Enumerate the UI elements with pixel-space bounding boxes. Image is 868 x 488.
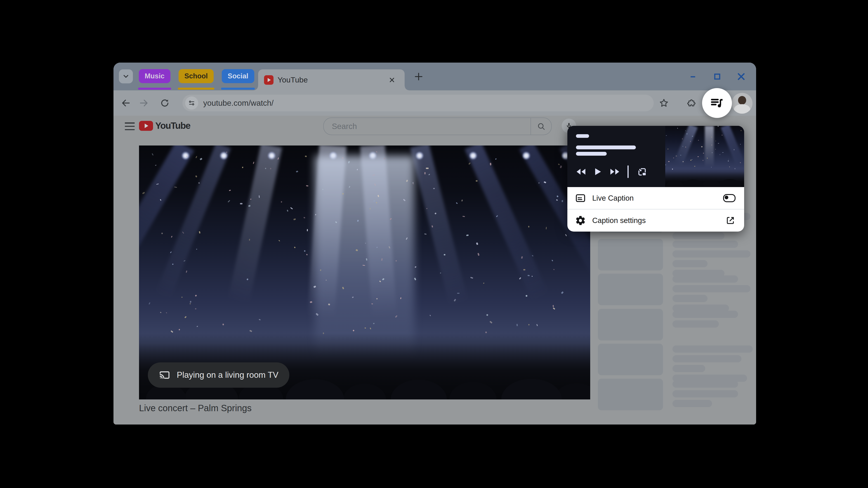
skeleton-video-item xyxy=(598,344,754,378)
youtube-favicon-icon xyxy=(264,75,274,85)
skeleton-text-bar xyxy=(673,295,708,302)
youtube-wordmark: YouTube xyxy=(155,121,190,131)
live-caption-label: Live Caption xyxy=(592,194,723,202)
plus-icon xyxy=(414,72,424,82)
cast-status-pill: Playing on a living room TV xyxy=(148,362,289,388)
skeleton-thumbnail xyxy=(598,344,663,375)
skeleton-text-bar xyxy=(673,381,738,388)
media-thumbnail xyxy=(665,126,744,187)
search-button[interactable] xyxy=(530,118,551,135)
live-caption-row[interactable]: Live Caption xyxy=(567,187,744,209)
skeleton-video-item xyxy=(598,239,754,273)
tab-strip: MusicSchoolSocial YouTube xyxy=(114,63,756,90)
new-tab-button[interactable] xyxy=(413,71,424,82)
close-icon xyxy=(737,72,746,81)
cast-icon xyxy=(159,369,170,381)
profile-avatar[interactable] xyxy=(732,93,752,113)
maximize-icon xyxy=(713,72,722,81)
menu-hamburger-button[interactable] xyxy=(125,123,135,130)
caption-settings-row[interactable]: Caption settings xyxy=(567,209,744,232)
media-session-card xyxy=(567,126,744,187)
close-window-button[interactable] xyxy=(736,72,746,82)
browser-window: MusicSchoolSocial YouTube xyxy=(114,63,756,424)
skeleton-text-bar xyxy=(673,365,705,372)
skeleton-video-item xyxy=(598,273,754,307)
tab-title: YouTube xyxy=(278,75,308,84)
media-controls-popup: Live Caption Caption settings xyxy=(567,126,744,232)
tab-group-underline xyxy=(221,88,255,90)
minimize-icon xyxy=(689,72,698,81)
forward-button[interactable] xyxy=(139,98,149,108)
skeleton-text-bar xyxy=(673,250,750,258)
back-button[interactable] xyxy=(121,98,131,108)
cast-status-text: Playing on a living room TV xyxy=(177,370,278,380)
play-button[interactable] xyxy=(594,168,602,176)
skeleton-text-bar xyxy=(673,285,750,292)
youtube-logo[interactable]: YouTube xyxy=(139,121,190,131)
skeleton-text-bar xyxy=(673,260,708,267)
skeleton-text-bar xyxy=(673,311,738,318)
youtube-play-icon xyxy=(139,121,153,131)
bookmark-star-button[interactable] xyxy=(659,98,669,108)
skeleton-video-item xyxy=(598,309,754,343)
source-placeholder-bar xyxy=(576,134,589,138)
live-caption-toggle[interactable] xyxy=(723,194,736,202)
skeleton-thumbnail xyxy=(598,273,663,305)
address-bar[interactable]: youtube.com/watch/ xyxy=(182,95,654,111)
caption-icon xyxy=(575,193,586,204)
site-settings-button[interactable] xyxy=(185,96,198,109)
reload-button[interactable] xyxy=(160,98,170,108)
previous-track-button[interactable] xyxy=(576,168,586,175)
skeleton-thumbnail xyxy=(598,379,663,410)
title-placeholder-bar xyxy=(576,145,636,149)
skeleton-text-bar xyxy=(673,240,738,248)
open-caption-settings-button[interactable] xyxy=(725,215,736,226)
tab-group-school[interactable]: School xyxy=(179,69,214,83)
close-icon xyxy=(388,76,396,84)
caption-settings-label: Caption settings xyxy=(592,216,725,225)
url-text: youtube.com/watch/ xyxy=(203,98,274,107)
queue-music-icon xyxy=(710,96,724,110)
skeleton-thumbnail xyxy=(598,239,663,270)
chevron-down-icon xyxy=(122,72,130,80)
playback-controls xyxy=(576,165,648,178)
tab-close-button[interactable] xyxy=(388,75,397,85)
skeleton-text-bar xyxy=(673,400,712,407)
skeleton-text-bar xyxy=(673,390,738,397)
skeleton-text-bar xyxy=(673,275,738,283)
extensions-puzzle-button[interactable] xyxy=(686,98,696,108)
artist-placeholder-bar xyxy=(576,152,607,156)
tab-youtube[interactable]: YouTube xyxy=(258,69,405,90)
tab-group-music[interactable]: Music xyxy=(139,69,170,83)
screen: MusicSchoolSocial YouTube xyxy=(0,0,868,488)
skeleton-thumbnail xyxy=(598,309,663,340)
toggle-off-icon xyxy=(723,194,736,202)
video-player[interactable]: Playing on a living room TV xyxy=(139,145,590,399)
youtube-search-bar[interactable]: Search xyxy=(323,118,552,135)
skeleton-text-bar xyxy=(673,320,719,328)
tab-group-social[interactable]: Social xyxy=(222,69,254,83)
browser-toolbar: youtube.com/watch/ xyxy=(114,90,756,116)
tune-icon xyxy=(188,99,195,107)
tab-group-underline xyxy=(178,88,214,90)
tab-search-button[interactable] xyxy=(119,69,133,84)
media-controls-toolbar-button[interactable] xyxy=(702,88,732,118)
search-icon xyxy=(537,122,546,131)
search-input[interactable]: Search xyxy=(332,122,530,131)
skeleton-video-item xyxy=(598,379,754,413)
skeleton-text-bar xyxy=(673,346,753,353)
window-controls xyxy=(688,72,746,82)
tab-groups: MusicSchoolSocial xyxy=(139,69,254,83)
skeleton-text-bar xyxy=(673,355,741,362)
maximize-button[interactable] xyxy=(712,72,722,82)
gear-icon xyxy=(575,215,586,226)
next-track-button[interactable] xyxy=(610,168,620,175)
tab-group-underline xyxy=(138,88,171,90)
video-title: Live concert – Palm Springs xyxy=(139,403,252,413)
controls-divider xyxy=(627,165,629,178)
open-in-new-icon xyxy=(725,215,736,226)
skeleton-text-bar xyxy=(673,232,724,239)
minimize-button[interactable] xyxy=(688,72,698,82)
picture-in-picture-button[interactable] xyxy=(636,166,648,177)
